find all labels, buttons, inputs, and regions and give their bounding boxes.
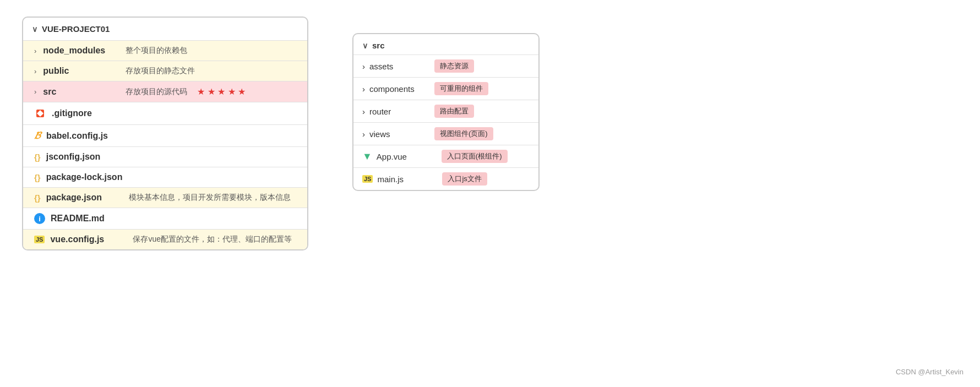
package-json-desc: 模块基本信息，项目开发所需要模块，版本信息 [129, 193, 291, 203]
components-name: components [369, 84, 430, 94]
left-panel: ∨ VUE-PROJECT01 › node_modules 整个项目的依赖包 … [22, 17, 308, 250]
babel-name: babel.config.js [46, 131, 123, 141]
app-vue-name: App.vue [377, 152, 437, 161]
views-name: views [369, 129, 430, 139]
row-package-json: {} package.json 模块基本信息，项目开发所需要模块，版本信息 [23, 188, 307, 208]
router-name: router [369, 107, 430, 116]
right-row-router: › router 路由配置 [353, 100, 538, 122]
components-chevron: › [362, 84, 365, 94]
row-package-lock: {} package-lock.json [23, 167, 307, 187]
src-desc: 存放项目的源代码 [126, 87, 187, 97]
main-js-badge: 入口js文件 [442, 172, 487, 186]
js-icon: JS [34, 236, 45, 243]
public-desc: 存放项目的静态文件 [126, 66, 195, 76]
router-badge: 路由配置 [434, 105, 474, 118]
main-js-name: main.js [377, 175, 438, 184]
readme-icon: i [34, 213, 45, 224]
right-panel-title: src [372, 41, 385, 50]
node-modules-name: node_modules [43, 46, 120, 56]
public-name: public [43, 66, 120, 76]
babel-icon: 𝓑 [34, 130, 41, 141]
package-json-name: package.json [46, 193, 123, 203]
header-chevron: ∨ [32, 25, 37, 34]
folder-chevron: › [34, 67, 36, 75]
folder-chevron: › [34, 88, 36, 96]
json-icon-1: {} [34, 152, 41, 162]
readme-name: README.md [51, 214, 128, 224]
views-chevron: › [362, 129, 365, 139]
right-panel: ∨ src › assets 静态资源 › components 可重用的组件 … [352, 33, 540, 191]
folder-chevron: › [34, 47, 36, 55]
vue-config-desc: 保存vue配置的文件，如：代理、端口的配置等 [133, 235, 292, 244]
assets-badge: 静态资源 [434, 59, 474, 73]
json-icon-3: {} [34, 193, 41, 203]
row-src: › src 存放项目的源代码 ★ ★ ★ ★ ★ [23, 81, 307, 102]
left-panel-title: VUE-PROJECT01 [42, 24, 110, 34]
git-icon [34, 107, 46, 119]
row-jsconfig: {} jsconfig.json [23, 147, 307, 167]
vue-config-name: vue.config.js [50, 235, 127, 244]
views-badge: 视图组件(页面) [434, 127, 493, 140]
src-name: src [43, 87, 120, 97]
watermark: CSDN @Artist_Kevin [896, 368, 963, 376]
row-babel: 𝓑 babel.config.js [23, 125, 307, 146]
main-container: ∨ VUE-PROJECT01 › node_modules 整个项目的依赖包 … [22, 17, 540, 250]
row-public: › public 存放项目的静态文件 [23, 61, 307, 81]
right-panel-header: ∨ src [353, 34, 538, 54]
left-panel-header: ∨ VUE-PROJECT01 [23, 18, 307, 40]
package-lock-name: package-lock.json [46, 172, 123, 182]
row-readme: i README.md [23, 208, 307, 229]
jsconfig-name: jsconfig.json [46, 152, 123, 162]
right-row-assets: › assets 静态资源 [353, 55, 538, 77]
assets-chevron: › [362, 62, 365, 71]
app-vue-badge: 入口页面(根组件) [442, 150, 508, 163]
right-row-app-vue: ▼ App.vue 入口页面(根组件) [353, 145, 538, 167]
node-modules-desc: 整个项目的依赖包 [126, 46, 187, 56]
row-node-modules: › node_modules 整个项目的依赖包 [23, 41, 307, 61]
vue-icon: ▼ [362, 151, 372, 162]
gitignore-name: .gitignore [52, 108, 129, 118]
right-header-chevron: ∨ [362, 41, 368, 50]
row-vue-config: JS vue.config.js 保存vue配置的文件，如：代理、端口的配置等 [23, 230, 307, 249]
assets-name: assets [369, 62, 430, 71]
components-badge: 可重用的组件 [434, 82, 488, 95]
src-stars: ★ ★ ★ ★ ★ [197, 86, 246, 97]
right-row-views: › views 视图组件(页面) [353, 123, 538, 145]
router-chevron: › [362, 107, 365, 116]
js-icon-small: JS [362, 175, 373, 183]
right-row-main-js: JS main.js 入口js文件 [353, 168, 538, 190]
row-gitignore: .gitignore [23, 102, 307, 124]
right-row-components: › components 可重用的组件 [353, 78, 538, 100]
json-icon-2: {} [34, 173, 41, 182]
